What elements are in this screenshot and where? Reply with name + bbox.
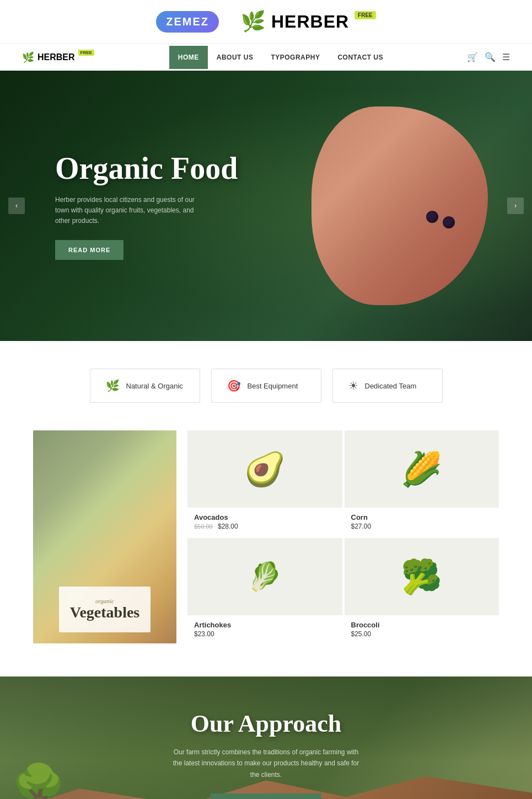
- feature-label-team: Dedicated Team: [365, 382, 417, 390]
- product-price-broccoli: $25.00: [351, 630, 493, 638]
- free-badge: FREE: [354, 11, 376, 19]
- product-info-artichokes: Artichokes $23.00: [187, 615, 342, 643]
- featured-label: organic Vegetables: [59, 587, 151, 632]
- product-price-new-artichokes: $23.00: [194, 630, 214, 638]
- nav-links: HOME ABOUT US TYPOGRAPHY CONTACT US: [169, 46, 392, 69]
- hero-content: Organic Food Herber provides local citiz…: [0, 152, 238, 259]
- product-name-corn: Corn: [351, 513, 493, 521]
- herber-title-text: HERBER: [271, 12, 349, 32]
- feature-card-natural: 🌿 Natural & Organic: [90, 369, 200, 403]
- approach-content: Our Approach Our farm strictly combines …: [173, 710, 360, 799]
- team-icon: ☀: [348, 379, 358, 392]
- herber-brand: 🌿 HERBER FREE: [241, 10, 376, 33]
- product-img-avocados: 🥑: [187, 430, 342, 508]
- product-price-new-broccoli: $25.00: [351, 630, 372, 638]
- nav-link-contact[interactable]: CONTACT US: [329, 46, 392, 69]
- feature-card-team: ☀ Dedicated Team: [332, 369, 443, 403]
- menu-icon[interactable]: ☰: [502, 52, 510, 62]
- hero-berries: [426, 211, 455, 228]
- nav-logo-text: HERBER: [37, 52, 75, 62]
- product-card-avocados[interactable]: 🥑 Avocados $50.00 $28.00: [187, 430, 342, 536]
- product-info-broccoli: Broccoli $25.00: [345, 615, 499, 643]
- featured-product-banner[interactable]: organic Vegetables: [33, 430, 176, 643]
- product-name-avocados: Avocados: [194, 513, 336, 521]
- approach-tree-icon: 🌳: [11, 761, 66, 799]
- hero-next-button[interactable]: ›: [507, 198, 524, 214]
- product-price-old-avocados: $50.00: [194, 523, 213, 530]
- berry-1: [426, 211, 438, 223]
- approach-subtitle: Our farm strictly combines the tradition…: [173, 747, 360, 780]
- nav-link-home[interactable]: HOME: [169, 46, 208, 69]
- product-price-corn: $27.00: [351, 523, 493, 530]
- feature-label-natural: Natural & Organic: [126, 382, 183, 390]
- nav-leaf-icon: 🌿: [22, 51, 34, 63]
- nav-logo: 🌿 HERBER FREE: [22, 51, 94, 63]
- product-price-new-avocados: $28.00: [218, 523, 238, 530]
- berry-2: [443, 216, 455, 228]
- nav-icons: 🛒 🔍 ☰: [467, 52, 510, 62]
- navbar: 🌿 HERBER FREE HOME ABOUT US TYPOGRAPHY C…: [0, 43, 532, 71]
- feature-label-equipment: Best Equipment: [248, 382, 298, 390]
- product-info-corn: Corn $27.00: [345, 508, 499, 536]
- zemez-logo[interactable]: ZEMEZ: [156, 11, 219, 33]
- features-section: 🌿 Natural & Organic 🎯 Best Equipment ☀ D…: [0, 341, 532, 430]
- hero-read-more-button[interactable]: READ MORE: [55, 240, 123, 260]
- top-bar: ZEMEZ 🌿 HERBER FREE: [0, 0, 532, 43]
- product-price-avocados: $50.00 $28.00: [194, 523, 336, 530]
- products-section: organic Vegetables 🥑 Avocados $50.00 $28…: [0, 430, 532, 677]
- hero-title: Organic Food: [55, 152, 238, 186]
- equipment-icon: 🎯: [227, 379, 241, 392]
- approach-section: 🌳 Our Approach Our farm strictly combine…: [0, 677, 532, 799]
- herber-leaf-icon: 🌿: [241, 10, 266, 33]
- product-img-broccoli: 🥦: [345, 538, 499, 615]
- nav-link-typography[interactable]: TYPOGRAPHY: [262, 46, 329, 69]
- featured-label-big: Vegetables: [70, 604, 140, 621]
- nav-free-badge: FREE: [78, 50, 94, 56]
- nav-link-about[interactable]: ABOUT US: [208, 46, 262, 69]
- product-card-broccoli[interactable]: 🥦 Broccoli $25.00: [345, 538, 499, 643]
- product-name-broccoli: Broccoli: [351, 621, 493, 629]
- product-img-artichokes: 🥬: [187, 538, 342, 615]
- product-card-artichokes[interactable]: 🥬 Artichokes $23.00: [187, 538, 342, 643]
- product-price-new-corn: $27.00: [351, 523, 372, 530]
- approach-view-presentation-button[interactable]: VIEW PRESENTATION: [211, 793, 321, 799]
- search-icon[interactable]: 🔍: [485, 52, 496, 62]
- natural-icon: 🌿: [106, 379, 120, 392]
- feature-card-equipment: 🎯 Best Equipment: [211, 369, 321, 403]
- product-img-corn: 🌽: [345, 430, 499, 508]
- product-price-artichokes: $23.00: [194, 630, 336, 638]
- cart-icon[interactable]: 🛒: [467, 52, 478, 62]
- approach-title: Our Approach: [173, 710, 360, 738]
- hero-section: ‹ › Organic Food Herber provides local c…: [0, 71, 532, 341]
- product-info-avocados: Avocados $50.00 $28.00: [187, 508, 342, 536]
- product-name-artichokes: Artichokes: [194, 621, 336, 629]
- product-card-corn[interactable]: 🌽 Corn $27.00: [345, 430, 499, 536]
- products-grid: 🥑 Avocados $50.00 $28.00 🌽 Corn $27.00: [187, 430, 499, 643]
- hero-subtitle: Herber provides local citizens and guest…: [55, 195, 209, 227]
